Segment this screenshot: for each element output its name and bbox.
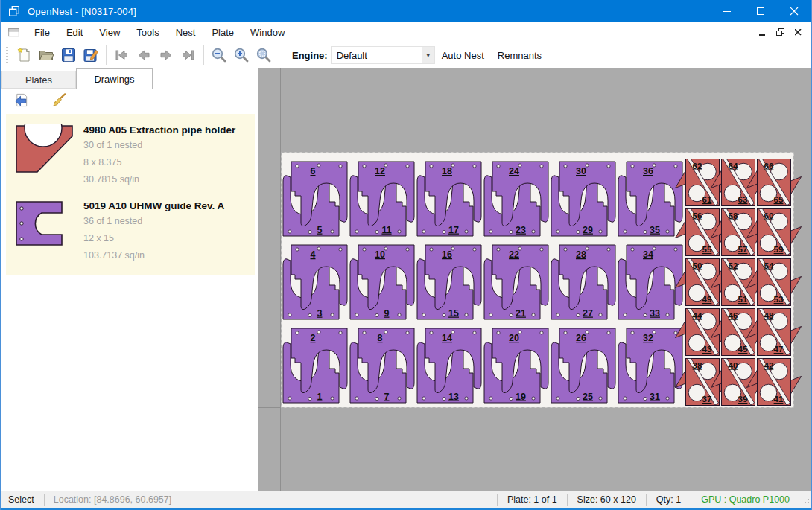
part-hole bbox=[465, 230, 468, 233]
part-number: 2 bbox=[311, 333, 316, 343]
app-icon bbox=[7, 4, 21, 18]
zoom-out-button[interactable] bbox=[208, 45, 230, 66]
prev-plate-button[interactable] bbox=[133, 45, 155, 66]
part-number: 6 bbox=[311, 166, 316, 176]
menu-tools[interactable]: Tools bbox=[128, 22, 167, 42]
part-hole bbox=[430, 165, 433, 168]
part-hole bbox=[308, 313, 311, 316]
part-number: 16 bbox=[442, 249, 452, 260]
part-hole bbox=[540, 331, 543, 334]
part-hole bbox=[355, 230, 358, 233]
engine-value: Default bbox=[332, 50, 422, 61]
part-hole bbox=[497, 165, 500, 168]
part-number: 53 bbox=[774, 295, 784, 304]
part-hole bbox=[473, 165, 476, 168]
next-plate-button[interactable] bbox=[155, 45, 177, 66]
import-drawing-button[interactable] bbox=[10, 90, 31, 111]
part-number: 8 bbox=[378, 333, 383, 343]
status-plate: Plate: 1 of 1 bbox=[497, 494, 567, 506]
menu-edit[interactable]: Edit bbox=[58, 22, 91, 42]
part-number: 27 bbox=[583, 308, 593, 319]
menu-window[interactable]: Window bbox=[242, 22, 293, 42]
part-number: 58 bbox=[729, 211, 738, 220]
part-hole bbox=[607, 248, 610, 251]
resize-grip[interactable] bbox=[799, 491, 811, 508]
first-plate-button[interactable] bbox=[110, 45, 133, 66]
part-hole bbox=[339, 331, 342, 334]
import-arrow-icon bbox=[13, 92, 29, 108]
zoom-in-button[interactable] bbox=[230, 45, 253, 66]
part-number: 64 bbox=[729, 162, 738, 170]
last-plate-button[interactable] bbox=[177, 45, 200, 66]
status-bar: Select Location: [84.8696, 60.6957] Plat… bbox=[1, 491, 811, 508]
part-hole bbox=[540, 165, 543, 168]
part-number: 59 bbox=[774, 245, 784, 254]
minimize-button[interactable] bbox=[711, 0, 744, 22]
part-hole bbox=[317, 164, 320, 167]
save-button[interactable] bbox=[57, 45, 80, 66]
close-button[interactable] bbox=[778, 0, 811, 22]
save-floppy-icon bbox=[60, 47, 77, 63]
part-hole bbox=[510, 397, 513, 400]
part-hole bbox=[599, 397, 602, 400]
nest-canvas[interactable]: 6512111817242330293635431091615222128273… bbox=[258, 68, 812, 491]
menu-nest[interactable]: Nest bbox=[168, 22, 204, 42]
mdi-document-icon bbox=[7, 27, 20, 38]
zoom-fit-button[interactable] bbox=[253, 45, 275, 66]
open-button[interactable] bbox=[35, 45, 57, 66]
part-title: 4980 A05 Extraction pipe holder bbox=[83, 124, 247, 136]
remnants-button[interactable]: Remnants bbox=[491, 42, 548, 68]
part-nested-count: 30 of 1 nested bbox=[83, 138, 247, 153]
part-hole bbox=[489, 397, 492, 400]
menu-file[interactable]: File bbox=[26, 22, 58, 42]
part-number: 14 bbox=[442, 333, 452, 343]
auto-nest-button[interactable]: Auto Nest bbox=[435, 42, 491, 68]
mdi-restore-button[interactable] bbox=[773, 25, 787, 39]
part-hole bbox=[607, 331, 610, 334]
part-size: 12 x 15 bbox=[83, 231, 247, 246]
engine-select[interactable]: Default▼ bbox=[331, 46, 435, 64]
part-number: 60 bbox=[764, 211, 774, 220]
menu-plate[interactable]: Plate bbox=[203, 22, 242, 42]
toolbar-grip bbox=[6, 47, 8, 63]
part-number: 57 bbox=[738, 245, 748, 254]
chevron-down-icon[interactable]: ▼ bbox=[422, 47, 434, 63]
part-number: 50 bbox=[693, 261, 702, 270]
menu-view[interactable]: View bbox=[91, 22, 128, 42]
part-number: 54 bbox=[764, 261, 774, 270]
maximize-button[interactable] bbox=[744, 0, 778, 22]
part-number: 13 bbox=[448, 392, 459, 402]
part-hole bbox=[497, 248, 500, 251]
tab-plates[interactable]: Plates bbox=[1, 71, 76, 89]
part-hole bbox=[288, 397, 291, 400]
save-as-button[interactable] bbox=[80, 45, 102, 66]
status-gpu: GPU : Quadro P1000 bbox=[691, 494, 799, 506]
part-number: 61 bbox=[702, 195, 712, 204]
part-hole bbox=[317, 331, 320, 334]
mdi-minimize-button[interactable] bbox=[755, 25, 770, 39]
part-hole bbox=[308, 397, 311, 400]
part-number: 31 bbox=[650, 392, 660, 402]
part-number: 47 bbox=[774, 345, 784, 354]
part-number: 12 bbox=[375, 166, 385, 176]
part-area: 30.7815 sq/in bbox=[83, 172, 247, 187]
new-button[interactable] bbox=[13, 45, 35, 66]
part-hole bbox=[363, 165, 366, 168]
tab-drawings[interactable]: Drawings bbox=[76, 68, 153, 89]
part-hole bbox=[540, 248, 543, 251]
part-number: 63 bbox=[738, 195, 748, 204]
part-hole bbox=[624, 313, 627, 316]
mdi-close-button[interactable] bbox=[790, 25, 805, 39]
drawing-list: 4980 A05 Extraction pipe holder30 of 1 n… bbox=[6, 114, 255, 275]
part-hole bbox=[422, 313, 425, 316]
part-number: 23 bbox=[516, 225, 526, 235]
drawing-item[interactable]: 5019 A10 UHMW guide Rev. A36 of 1 nested… bbox=[6, 191, 255, 267]
clear-drawings-button[interactable] bbox=[48, 90, 69, 111]
part-hole bbox=[398, 397, 401, 400]
new-document-icon bbox=[16, 47, 32, 63]
drawing-item[interactable]: 4980 A05 Extraction pipe holder30 of 1 n… bbox=[6, 115, 255, 191]
zoom-in-icon bbox=[233, 47, 250, 63]
part-hole bbox=[288, 313, 291, 316]
part-number: 11 bbox=[381, 225, 391, 235]
part-hole bbox=[497, 331, 500, 334]
